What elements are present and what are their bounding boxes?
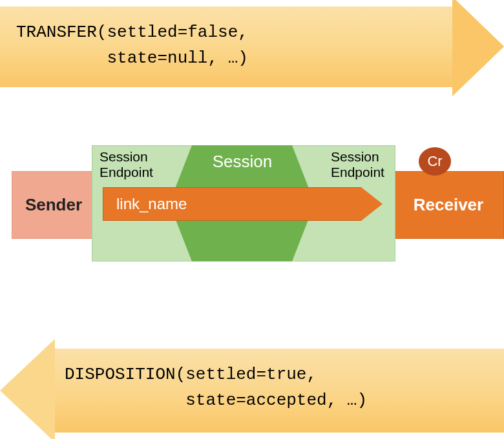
transfer-text: TRANSFER(settled=false, state=null, …) — [16, 19, 248, 72]
receiver-box: Receiver — [393, 171, 504, 239]
link-arrow: link_name — [103, 187, 384, 221]
arrow-head-left-icon — [0, 339, 55, 439]
credit-label: Cr — [427, 153, 442, 170]
disposition-arrow: DISPOSITION(settled=true, state=accepted… — [0, 349, 504, 433]
endpoint-line1: Session — [100, 149, 153, 165]
link-body: link_name — [103, 187, 361, 221]
session-diagram: Sender Receiver Session Session Endpoint… — [0, 161, 504, 255]
session-title: Session — [191, 152, 294, 172]
endpoint-line2: Endpoint — [331, 165, 384, 180]
endpoint-line1: Session — [331, 149, 384, 165]
arrow-head-right-icon — [361, 187, 383, 221]
transfer-arrow: TRANSFER(settled=false, state=null, …) — [0, 6, 504, 87]
sender-box: Sender — [12, 171, 96, 239]
session-endpoint-left: Session Endpoint — [100, 149, 153, 180]
session-endpoint-right: Session Endpoint — [331, 149, 384, 180]
arrow-head-right-icon — [452, 0, 504, 96]
endpoint-line2: Endpoint — [100, 165, 153, 180]
receiver-label: Receiver — [414, 195, 483, 215]
sender-label: Sender — [25, 195, 82, 215]
link-label: link_name — [116, 195, 187, 213]
disposition-text: DISPOSITION(settled=true, state=accepted… — [65, 362, 367, 414]
credit-badge: Cr — [419, 147, 451, 176]
